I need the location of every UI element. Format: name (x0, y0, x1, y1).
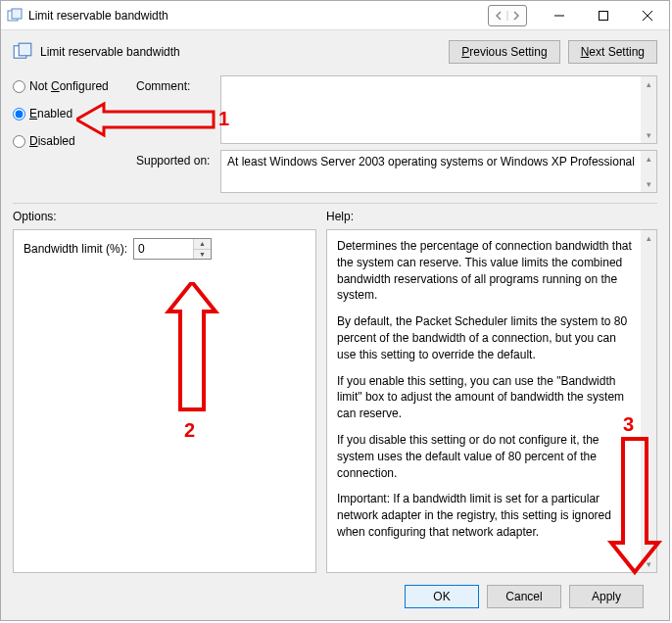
help-p3: If you enable this setting, you can use … (337, 373, 637, 422)
bandwidth-label: Bandwidth limit (%): (24, 242, 127, 256)
radio-disabled-input[interactable] (13, 135, 25, 148)
radio-disabled[interactable]: Disabled (13, 134, 130, 148)
supported-box: At least Windows Server 2003 operating s… (220, 150, 657, 193)
cancel-button[interactable]: Cancel (487, 585, 561, 608)
divider (13, 203, 657, 204)
comment-scroll: ▴ ▾ (641, 76, 656, 143)
comment-label: Comment: (136, 75, 215, 144)
help-p4: If you disable this setting or do not co… (337, 432, 637, 481)
policy-title: Limit reservable bandwidth (40, 45, 441, 59)
config-grid: Not Configured Enabled Disabled Comment:… (13, 75, 657, 193)
scroll-up-icon[interactable]: ▴ (641, 151, 656, 167)
state-radios: Not Configured Enabled Disabled (13, 75, 130, 193)
previous-setting-button[interactable]: Previous Setting (449, 40, 559, 64)
supported-scroll: ▴ ▾ (641, 151, 656, 192)
app-icon (7, 8, 23, 24)
help-p2: By default, the Packet Scheduler limits … (337, 313, 637, 362)
header-row: Limit reservable bandwidth Previous Sett… (13, 40, 657, 64)
svg-rect-4 (599, 11, 607, 20)
scroll-down-icon[interactable]: ▾ (641, 176, 656, 192)
comment-box: ▴ ▾ (220, 75, 657, 144)
help-scroll: ▴ ▾ (641, 230, 656, 572)
svg-line-6 (643, 11, 652, 21)
panels: Bandwidth limit (%): ▲ ▼ Determines the … (13, 229, 657, 573)
dialog-body: Limit reservable bandwidth Previous Sett… (1, 30, 669, 620)
bandwidth-row: Bandwidth limit (%): ▲ ▼ (24, 238, 306, 260)
policy-icon (13, 42, 32, 62)
window-title: Limit reservable bandwidth (28, 9, 488, 23)
help-p1: Determines the percentage of connection … (337, 238, 637, 304)
spinner-down-icon[interactable]: ▼ (194, 250, 211, 260)
radio-not-configured[interactable]: Not Configured (13, 79, 130, 93)
ok-button[interactable]: OK (405, 585, 479, 608)
scroll-down-icon[interactable]: ▾ (641, 556, 656, 572)
svg-rect-1 (12, 9, 22, 19)
nav-arrows-icon[interactable] (488, 5, 527, 26)
minimize-button[interactable] (537, 1, 581, 30)
radio-enabled[interactable]: Enabled (13, 107, 130, 120)
help-label: Help: (326, 210, 657, 223)
comment-textarea[interactable] (221, 76, 641, 143)
apply-button[interactable]: Apply (569, 585, 644, 608)
maximize-button[interactable] (581, 1, 625, 30)
help-p5: Important: If a bandwidth limit is set f… (337, 491, 637, 540)
lower-labels: Options: Help: (13, 210, 657, 223)
scroll-down-icon[interactable]: ▾ (641, 127, 656, 143)
radio-not-configured-input[interactable] (13, 80, 25, 93)
radio-enabled-input[interactable] (13, 108, 25, 120)
footer: OK Cancel Apply (13, 573, 657, 620)
titlebar: Limit reservable bandwidth (1, 1, 669, 30)
window-controls (537, 1, 669, 30)
svg-line-5 (643, 11, 652, 21)
next-setting-button[interactable]: Next Setting (568, 40, 657, 64)
scroll-up-icon[interactable]: ▴ (641, 76, 656, 92)
dialog-window: Limit reservable bandwidth Limit reserva… (0, 0, 670, 621)
close-button[interactable] (625, 1, 669, 30)
options-label: Options: (13, 210, 326, 223)
bandwidth-spinner[interactable]: ▲ ▼ (133, 238, 212, 260)
supported-text: At least Windows Server 2003 operating s… (221, 151, 641, 192)
svg-rect-8 (19, 43, 31, 56)
bandwidth-input[interactable] (134, 239, 193, 259)
help-panel: Determines the percentage of connection … (326, 229, 657, 573)
spinner-up-icon[interactable]: ▲ (194, 239, 211, 250)
options-panel: Bandwidth limit (%): ▲ ▼ (13, 229, 316, 573)
supported-label: Supported on: (136, 150, 215, 193)
help-content: Determines the percentage of connection … (337, 238, 637, 564)
scroll-up-icon[interactable]: ▴ (641, 230, 656, 246)
